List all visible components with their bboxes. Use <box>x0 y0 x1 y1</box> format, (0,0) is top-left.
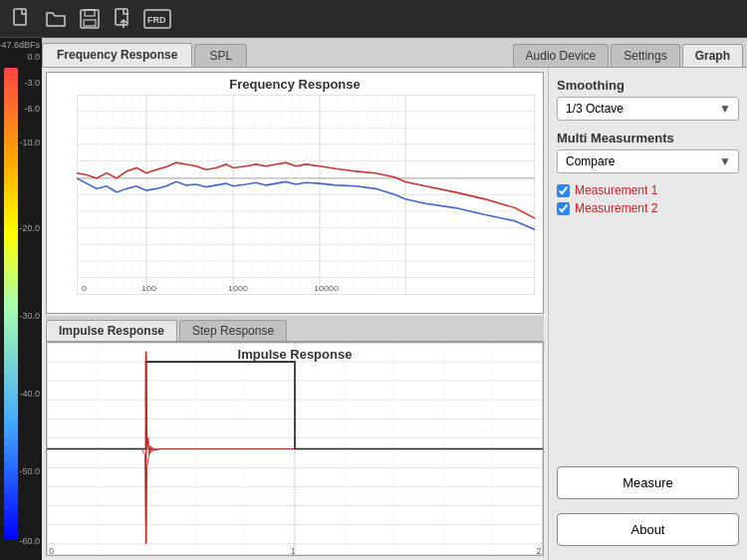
multi-select[interactable]: Off Compare Average <box>557 149 739 173</box>
scale-n60: -60.0 <box>19 536 40 546</box>
svg-text:FRD: FRD <box>147 15 166 25</box>
tab-settings[interactable]: Settings <box>611 44 679 67</box>
right-tabs-group: Audio Device Settings Graph <box>511 44 747 67</box>
impulse-area: Impulse Response Step Response <box>46 316 544 556</box>
about-button[interactable]: About <box>557 513 739 546</box>
level-color-bar <box>4 68 18 540</box>
svg-text:1000: 1000 <box>228 283 248 292</box>
multi-dropdown-wrap: Off Compare Average ▼ <box>557 149 739 173</box>
freq-chart-inner: 60 40 20 10 0 -10 -20 -30 -40 -50 -60 <box>77 95 535 295</box>
measurement-2-label: Measurement 2 <box>575 201 657 215</box>
tab-audio-device[interactable]: Audio Device <box>513 44 610 67</box>
tab-frequency-response[interactable]: Frequency Response <box>42 43 192 67</box>
scale-n30: -30.0 <box>19 311 40 321</box>
measurement-1-checkbox[interactable] <box>557 184 570 197</box>
main-layout: -47.6dBFs 0.0 -3.0 -6.0 -10.0 -20.0 -30.… <box>0 38 747 560</box>
scale-top-label: -47.6dBFs <box>0 40 40 50</box>
scale-n50: -50.0 <box>19 466 40 476</box>
frd-icon[interactable]: FRD <box>143 5 171 33</box>
freq-chart-svg: 60 40 20 10 0 -10 -20 -30 -40 -50 -60 <box>77 95 535 295</box>
scale-n6: -6.0 <box>24 104 40 114</box>
smoothing-dropdown-wrap: None 1/48 Octave 1/24 Octave 1/12 Octave… <box>557 97 739 121</box>
level-scale: -47.6dBFs 0.0 -3.0 -6.0 -10.0 -20.0 -30.… <box>0 38 42 560</box>
svg-rect-0 <box>14 9 26 25</box>
scale-n10: -10.0 <box>19 138 40 147</box>
svg-text:Impulse Response: Impulse Response <box>238 346 353 361</box>
new-file-icon[interactable] <box>8 5 36 33</box>
freq-chart-title: Frequency Response <box>47 73 543 92</box>
measurement-1-row: Measurement 1 <box>557 183 739 197</box>
measurement-2-checkbox[interactable] <box>557 202 570 215</box>
impulse-chart: 1.25 1 0.75 0.5 0.25 0 -0.25 -0.5 -0.75 … <box>46 342 544 556</box>
scale-n20: -20.0 <box>19 223 40 233</box>
smoothing-select[interactable]: None 1/48 Octave 1/24 Octave 1/12 Octave… <box>557 97 739 121</box>
toolbar: FRD <box>0 0 747 38</box>
smoothing-section: Smoothing None 1/48 Octave 1/24 Octave 1… <box>557 78 739 121</box>
measurements-list: Measurement 1 Measurement 2 <box>557 183 739 215</box>
tab-graph[interactable]: Graph <box>682 44 743 67</box>
content-area: Frequency Response SPL Audio Device Sett… <box>42 38 747 560</box>
tab-step-response[interactable]: Step Response <box>179 320 287 341</box>
multi-measurements-label: Multi Measurments <box>557 131 739 145</box>
charts-panel-area: Frequency Response <box>42 68 747 560</box>
svg-text:2: 2 <box>537 546 542 555</box>
measure-button[interactable]: Measure <box>557 466 739 499</box>
svg-text:100: 100 <box>141 283 156 292</box>
charts-column: Frequency Response <box>42 68 548 560</box>
tab-impulse-response[interactable]: Impulse Response <box>46 320 177 341</box>
main-tabs-row: Frequency Response SPL Audio Device Sett… <box>42 38 747 68</box>
save-icon[interactable] <box>76 5 104 33</box>
impulse-chart-svg: 1.25 1 0.75 0.5 0.25 0 -0.25 -0.5 -0.75 … <box>47 343 543 555</box>
smoothing-label: Smoothing <box>557 78 739 93</box>
tab-spl[interactable]: SPL <box>194 44 247 67</box>
impulse-tabs-row: Impulse Response Step Response <box>46 316 544 342</box>
open-file-icon[interactable] <box>42 5 70 33</box>
panel-spacer <box>557 225 739 456</box>
export-icon[interactable] <box>110 5 137 33</box>
scale-n3: -3.0 <box>24 78 40 88</box>
frequency-response-chart: Frequency Response <box>46 72 544 314</box>
svg-text:0: 0 <box>49 546 54 555</box>
right-panel: Smoothing None 1/48 Octave 1/24 Octave 1… <box>548 68 747 560</box>
multi-measurements-section: Multi Measurments Off Compare Average ▼ <box>557 131 739 173</box>
svg-text:10000: 10000 <box>314 283 339 292</box>
svg-text:1: 1 <box>291 546 296 555</box>
svg-text:0: 0 <box>82 283 87 292</box>
scale-n40: -40.0 <box>19 389 40 399</box>
scale-0: 0.0 <box>27 52 40 62</box>
measurement-2-row: Measurement 2 <box>557 201 739 215</box>
svg-rect-2 <box>85 10 95 16</box>
measurement-1-label: Measurement 1 <box>575 183 657 197</box>
svg-rect-3 <box>84 20 96 26</box>
